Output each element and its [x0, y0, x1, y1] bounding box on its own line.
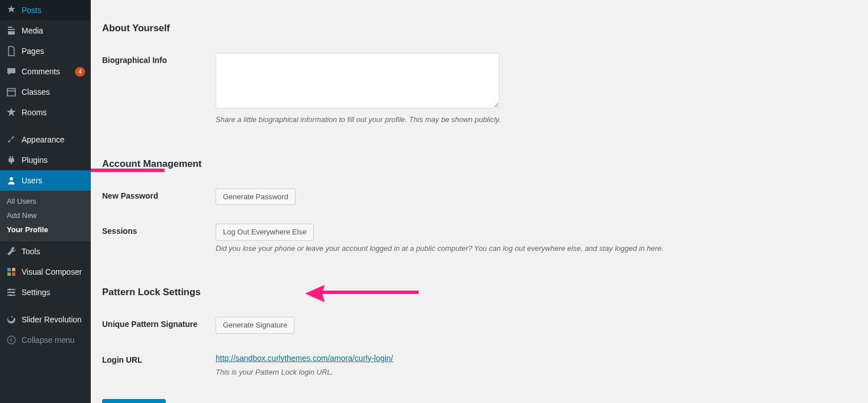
- sidebar-item-label: Collapse menu: [22, 335, 85, 345]
- sidebar-item-comments[interactable]: Comments 4: [0, 61, 91, 82]
- bio-label: Biographical Info: [102, 44, 216, 136]
- comment-icon: [6, 66, 17, 77]
- section-pattern-lock: Pattern Lock Settings: [102, 287, 857, 298]
- sidebar-item-label: Posts: [22, 6, 85, 15]
- newpass-label: New Password: [102, 180, 216, 216]
- sidebar-item-visual-composer[interactable]: Visual Composer: [0, 262, 91, 282]
- sidebar-item-users[interactable]: Users: [0, 170, 91, 191]
- comments-count-badge: 4: [75, 67, 85, 77]
- update-profile-button[interactable]: Update Profile: [102, 399, 166, 403]
- svg-point-10: [7, 336, 15, 344]
- brush-icon: [6, 134, 17, 145]
- user-icon: [6, 175, 17, 186]
- section-about-yourself: About Yourself: [102, 23, 857, 34]
- logout-everywhere-button[interactable]: Log Out Everywhere Else: [216, 224, 314, 241]
- svg-point-7: [9, 289, 11, 291]
- sidebar-item-classes[interactable]: Classes: [0, 82, 91, 102]
- svg-point-9: [10, 295, 12, 296]
- sessions-label: Sessions: [102, 215, 216, 264]
- sidebar-item-label: Appearance: [22, 135, 85, 144]
- generate-password-button[interactable]: Generate Password: [216, 188, 296, 205]
- account-table: New Password Generate Password Sessions …: [102, 180, 857, 265]
- sidebar-item-media[interactable]: Media: [0, 20, 91, 41]
- wrench-icon: [6, 246, 17, 257]
- pattern-table: Unique Pattern Signature Generate Signat…: [102, 308, 857, 388]
- collapse-icon: [6, 334, 17, 346]
- svg-rect-4: [12, 268, 15, 271]
- sidebar-item-settings[interactable]: Settings: [0, 282, 91, 303]
- pin-icon: [6, 5, 17, 16]
- generate-signature-button[interactable]: Generate Signature: [216, 317, 294, 334]
- sidebar-item-collapse[interactable]: Collapse menu: [0, 330, 91, 350]
- sidebar-item-tools[interactable]: Tools: [0, 241, 91, 262]
- sidebar-item-rooms[interactable]: Rooms: [0, 102, 91, 123]
- sidebar-item-appearance[interactable]: Appearance: [0, 129, 91, 150]
- sidebar-item-label: Comments: [22, 67, 70, 76]
- media-icon: [6, 25, 17, 36]
- sidebar-item-label: Tools: [22, 247, 85, 256]
- users-submenu: All Users Add New Your Profile: [0, 191, 91, 241]
- submenu-add-new[interactable]: Add New: [0, 208, 91, 223]
- sidebar-item-label: Media: [22, 26, 85, 35]
- svg-rect-0: [7, 89, 15, 96]
- about-table: Biographical Info Share a little biograp…: [102, 44, 857, 136]
- svg-rect-3: [7, 268, 11, 271]
- plug-icon: [6, 154, 17, 166]
- section-account-management: Account Management: [102, 158, 857, 170]
- sliders-icon: [6, 287, 17, 298]
- sidebar-item-posts[interactable]: Posts: [0, 0, 91, 20]
- admin-sidebar: Posts Media Pages Comments 4 Classes Roo…: [0, 0, 91, 403]
- login-url-link[interactable]: http://sandbox.curlythemes.com/amora/cur…: [216, 354, 393, 363]
- svg-rect-6: [12, 272, 15, 276]
- sidebar-item-label: Pages: [22, 47, 85, 56]
- star-icon: [6, 107, 17, 118]
- unique-pattern-label: Unique Pattern Signature: [102, 308, 216, 344]
- main-content: About Yourself Biographical Info Share a…: [91, 0, 868, 403]
- sidebar-item-label: Visual Composer: [22, 267, 85, 276]
- submenu-all-users[interactable]: All Users: [0, 194, 91, 208]
- sidebar-item-slider-revolution[interactable]: Slider Revolution: [0, 309, 91, 330]
- sidebar-item-pages[interactable]: Pages: [0, 41, 91, 61]
- sidebar-item-label: Classes: [22, 87, 85, 96]
- sidebar-item-label: Plugins: [22, 156, 85, 165]
- calendar-icon: [6, 86, 17, 98]
- svg-point-8: [12, 292, 14, 293]
- visual-composer-icon: [6, 266, 17, 278]
- submenu-your-profile[interactable]: Your Profile: [0, 223, 91, 237]
- svg-point-2: [10, 177, 13, 180]
- login-url-label: Login URL: [102, 344, 216, 388]
- refresh-icon: [6, 314, 17, 325]
- sidebar-item-label: Rooms: [22, 108, 85, 117]
- bio-description: Share a little biographical information …: [216, 114, 851, 125]
- page-icon: [6, 45, 17, 57]
- login-url-description: This is your Pattern Lock login URL.: [216, 367, 851, 378]
- bio-textarea[interactable]: [216, 53, 499, 108]
- sidebar-item-label: Users: [22, 176, 85, 185]
- sidebar-item-plugins[interactable]: Plugins: [0, 150, 91, 170]
- sidebar-item-label: Settings: [22, 288, 85, 297]
- sessions-description: Did you lose your phone or leave your ac…: [216, 243, 851, 254]
- svg-rect-5: [7, 272, 11, 276]
- sidebar-item-label: Slider Revolution: [22, 315, 85, 324]
